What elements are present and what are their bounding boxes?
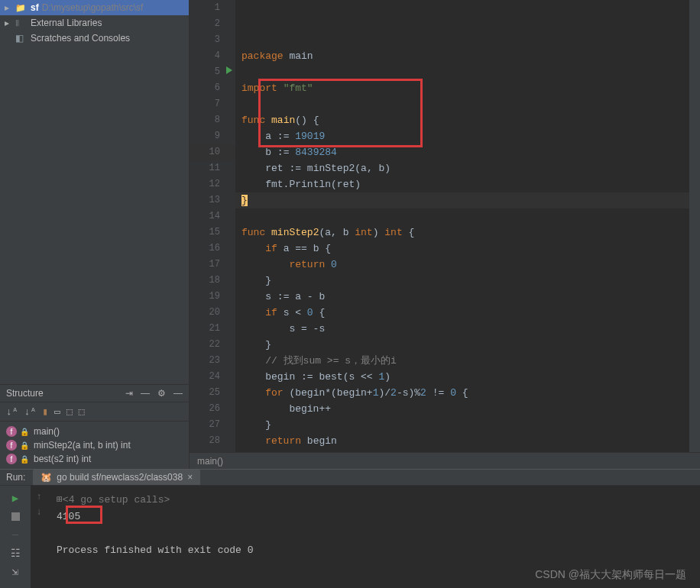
code-line[interactable]: // 找到sum >= s，最小的i (235, 353, 689, 369)
wrench-icon[interactable]: ↗ (12, 582, 18, 588)
show-fields-icon[interactable]: ▮ (42, 405, 48, 418)
autoscroll-to-icon[interactable]: ⬚ (79, 405, 85, 418)
run-toolbar: ▶ — ☷ ⇲ ↗ (0, 486, 31, 588)
code-line[interactable]: if s < 0 { (235, 305, 689, 321)
code-line[interactable]: } (235, 273, 689, 289)
code-line[interactable]: return begin (235, 433, 689, 449)
export-icon[interactable]: ⇲ (12, 564, 18, 579)
close-icon[interactable]: × (187, 472, 193, 483)
go-icon: 🐹 (41, 472, 52, 483)
code-line[interactable]: } (235, 192, 689, 208)
code-line[interactable]: func minStep2(a, b int) int { (235, 225, 689, 241)
code-line[interactable]: } (235, 337, 689, 353)
expand-arrow-icon[interactable]: ▸ (5, 18, 15, 28)
layout-icon[interactable]: ☷ (11, 545, 21, 561)
code-line[interactable]: s := a - b (235, 289, 689, 305)
crumb-bar[interactable]: main() (190, 452, 700, 469)
expand-arrow-icon[interactable]: ▸ (5, 2, 15, 13)
code-line[interactable] (235, 96, 689, 112)
line-number[interactable]: 6 (190, 80, 235, 96)
run-gutter-icon[interactable] (226, 66, 232, 74)
code-line[interactable]: ret := minStep2(a, b) (235, 160, 689, 176)
line-number[interactable]: 2 (190, 16, 235, 32)
lock-icon: 🔒 (20, 455, 29, 464)
run-body: ▶ — ☷ ⇲ ↗ ↑ ↓ ⊞<4 go setup calls> 4105 P… (0, 486, 700, 588)
line-number[interactable]: 28 (190, 433, 235, 449)
struct-item-best[interactable]: f 🔒 best(s2 int) int (0, 452, 189, 466)
line-number[interactable]: 1 (190, 0, 235, 16)
main-split: ▸ sf D:\mysetup\gopath\src\sf ▸ External… (0, 0, 700, 469)
code-line[interactable]: return 0 (235, 257, 689, 273)
line-number[interactable]: 8 (190, 112, 235, 128)
divider: — (12, 527, 18, 542)
code-line[interactable]: a := 19019 (235, 128, 689, 144)
line-number[interactable]: 17 (190, 257, 235, 273)
line-number[interactable]: 24 (190, 369, 235, 385)
line-number[interactable]: 12 (190, 176, 235, 192)
hide-icon[interactable]: — (173, 388, 183, 399)
scratch-icon (15, 33, 28, 44)
external-libs-label: External Libraries (31, 18, 102, 28)
line-number[interactable]: 15 (190, 225, 235, 241)
line-number[interactable]: 25 (190, 385, 235, 401)
rerun-icon[interactable]: ▶ (12, 490, 18, 506)
line-number[interactable]: 18 (190, 273, 235, 289)
scrollbar[interactable] (689, 0, 700, 469)
line-number[interactable]: 22 (190, 337, 235, 353)
code-line[interactable]: for (begin*(begin+1)/2-s)%2 != 0 { (235, 385, 689, 401)
line-number[interactable]: 11 (190, 160, 235, 176)
line-number[interactable]: 27 (190, 417, 235, 433)
code-line[interactable]: import "fmt" (235, 80, 689, 96)
line-number[interactable]: 26 (190, 401, 235, 417)
gear-icon[interactable]: ⚙ (157, 388, 166, 399)
down-icon[interactable]: ↓ (36, 507, 41, 518)
line-number[interactable]: 3 (190, 32, 235, 48)
line-number[interactable]: 14 (190, 208, 235, 225)
line-number[interactable]: 5 (190, 64, 235, 80)
collapse-icon[interactable]: ⇥ (125, 388, 133, 399)
line-number[interactable]: 7 (190, 96, 235, 112)
stop-icon[interactable] (11, 509, 20, 524)
setup-calls[interactable]: ⊞<4 go setup calls> (57, 492, 691, 509)
code-line[interactable]: func main() { (235, 112, 689, 128)
minimize-icon[interactable]: — (141, 388, 150, 399)
code-line[interactable] (235, 208, 689, 225)
code-line[interactable]: begin := best(s << 1) (235, 369, 689, 385)
line-number[interactable]: 23 (190, 353, 235, 369)
run-output[interactable]: ⊞<4 go setup calls> 4105 Process finishe… (47, 486, 700, 588)
external-libraries[interactable]: ▸ External Libraries (0, 15, 189, 31)
code-line[interactable]: package main (235, 48, 689, 64)
line-number[interactable]: 21 (190, 321, 235, 337)
line-number[interactable]: 9 (190, 128, 235, 144)
structure-panel: Structure ⇥ — ⚙ — ↓ᴬ ↓ᴬ ▮ ▭ ⬚ ⬚ f 🔒 (0, 384, 189, 469)
lock-icon: 🔒 (20, 441, 29, 450)
line-number[interactable]: 10 (190, 144, 235, 160)
line-number[interactable]: 19 (190, 289, 235, 305)
sort-alpha-icon[interactable]: ↓ᴬ (6, 405, 18, 418)
code-line[interactable]: if a == b { (235, 241, 689, 257)
struct-item-main[interactable]: f 🔒 main() (0, 425, 189, 438)
project-tree: ▸ sf D:\mysetup\gopath\src\sf ▸ External… (0, 0, 189, 46)
code-area[interactable]: package main import "fmt" func main() { … (235, 0, 689, 469)
code-line[interactable]: begin++ (235, 401, 689, 417)
run-tab[interactable]: 🐹 go build sf/newclass2/class038 × (33, 470, 200, 485)
run-header: Run: 🐹 go build sf/newclass2/class038 × (0, 470, 700, 486)
line-number[interactable]: 16 (190, 241, 235, 257)
line-number[interactable]: 20 (190, 305, 235, 321)
editor[interactable]: 1234567891011121314151617181920212223242… (190, 0, 700, 469)
up-icon[interactable]: ↑ (36, 492, 41, 502)
code-line[interactable] (235, 64, 689, 80)
line-number[interactable]: 13 (190, 192, 235, 208)
project-root[interactable]: ▸ sf D:\mysetup\gopath\src\sf (0, 0, 189, 15)
code-line[interactable]: b := 8439284 (235, 144, 689, 160)
structure-list: f 🔒 main() f 🔒 minStep2(a int, b int) in… (0, 422, 189, 469)
code-line[interactable]: s = -s (235, 321, 689, 337)
code-line[interactable]: fmt.Println(ret) (235, 176, 689, 192)
struct-item-minstep2[interactable]: f 🔒 minStep2(a int, b int) int (0, 438, 189, 452)
sort-visibility-icon[interactable]: ↓ᴬ (24, 405, 37, 418)
autoscroll-from-icon[interactable]: ⬚ (66, 405, 73, 418)
scratches-consoles[interactable]: Scratches and Consoles (0, 31, 189, 46)
code-line[interactable]: } (235, 417, 689, 433)
show-folder-icon[interactable]: ▭ (54, 405, 60, 418)
line-number[interactable]: 4 (190, 48, 235, 64)
